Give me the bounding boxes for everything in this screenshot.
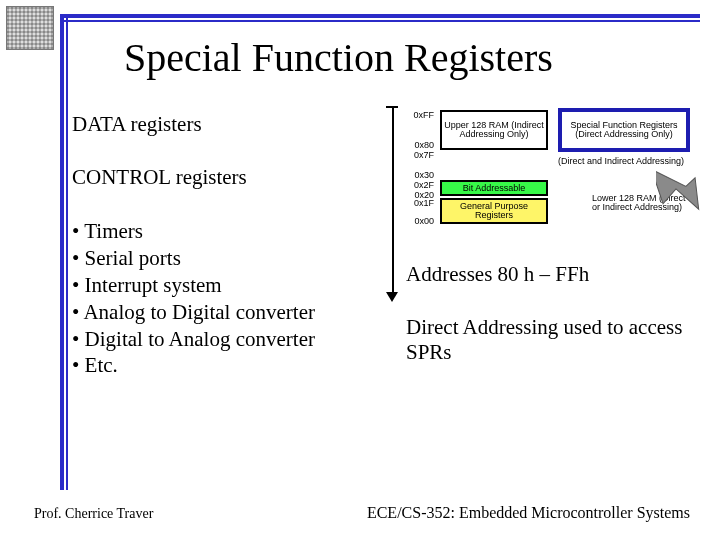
- footer-course: ECE/CS-352: Embedded Microcontroller Sys…: [367, 504, 690, 522]
- decor-hbar: [60, 14, 700, 18]
- right-column: Addresses 80 h – FFh Direct Addressing u…: [406, 262, 706, 365]
- figure-pointer-arrowhead: [386, 292, 398, 304]
- big-arrow-icon: [656, 152, 716, 222]
- decor-vbar2: [66, 14, 68, 490]
- bullet-interrupt-system: Interrupt system: [72, 272, 392, 299]
- bullet-etc: Etc.: [72, 352, 392, 379]
- text-direct-addressing: Direct Addressing used to access SPRs: [406, 315, 706, 365]
- addr-0xff: 0xFF: [400, 110, 434, 120]
- bullet-dac: Digital to Analog converter: [72, 326, 392, 353]
- footer-author: Prof. Cherrice Traver: [34, 506, 153, 522]
- heading-data-registers: DATA registers: [72, 112, 392, 137]
- block-bit-addressable: Bit Addressable: [440, 180, 548, 196]
- addr-0x30: 0x30: [400, 170, 434, 180]
- text-addresses: Addresses 80 h – FFh: [406, 262, 706, 287]
- block-upper-128-ram: Upper 128 RAM (Indirect Addressing Only): [440, 110, 548, 150]
- memory-map-figure: 0xFF 0x80 0x7F 0x30 0x2F 0x20 0x1F 0x00 …: [400, 110, 700, 250]
- bullet-serial-ports: Serial ports: [72, 245, 392, 272]
- bullet-timers: Timers: [72, 218, 392, 245]
- block-sfr-highlighted: Special Function Registers (Direct Addre…: [558, 108, 690, 152]
- addr-0x1f: 0x1F: [400, 198, 434, 208]
- bullet-adc: Analog to Digital converter: [72, 299, 392, 326]
- decor-hbar2: [60, 20, 700, 22]
- addr-0x2f: 0x2F: [400, 180, 434, 190]
- addr-0x80: 0x80: [400, 140, 434, 150]
- chip-icon: [6, 6, 54, 50]
- addr-0x00: 0x00: [400, 216, 434, 226]
- left-column: DATA registers CONTROL registers Timers …: [72, 112, 392, 379]
- decor-vbar: [60, 14, 64, 490]
- memory-blocks: Upper 128 RAM (Indirect Addressing Only)…: [440, 110, 690, 230]
- addr-0x7f: 0x7F: [400, 150, 434, 160]
- figure-pointer-line: [392, 108, 394, 298]
- block-general-purpose-registers: General Purpose Registers: [440, 198, 548, 224]
- heading-control-registers: CONTROL registers: [72, 165, 392, 190]
- svg-marker-0: [656, 154, 708, 222]
- slide: Special Function Registers DATA register…: [0, 0, 720, 540]
- slide-title: Special Function Registers: [124, 34, 553, 81]
- bullet-list: Timers Serial ports Interrupt system Ana…: [72, 218, 392, 379]
